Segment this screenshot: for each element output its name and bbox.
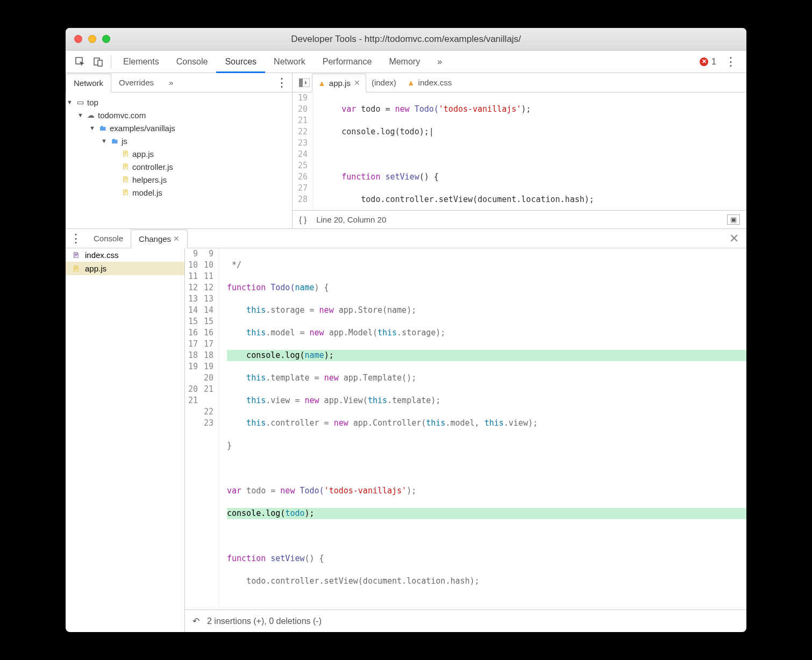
diff-gutter: 910111213141516171819 2021 9101112131415… — [185, 248, 219, 609]
chevron-down-icon: ▼ — [101, 138, 108, 144]
tree-label: controller.js — [132, 162, 173, 171]
drawer-close[interactable]: ✕ — [722, 232, 746, 246]
js-file-icon: 🖹 — [71, 264, 81, 273]
tab-label: app.js — [329, 78, 351, 88]
minimize-window[interactable] — [88, 35, 96, 43]
navtab-overflow[interactable]: » — [161, 73, 181, 92]
panel-tabs: Elements Console Sources Network Perform… — [115, 51, 451, 73]
editor-tab-index[interactable]: (index) — [366, 73, 402, 92]
tree-file[interactable]: 🖹 controller.js — [66, 160, 292, 173]
tree-file[interactable]: 🖹 app.js — [66, 147, 292, 160]
js-file-icon: 🖹 — [120, 162, 130, 171]
traffic-lights — [66, 35, 110, 43]
svg-rect-4 — [299, 78, 303, 87]
diff-status-bar: ↶ 2 insertions (+), 0 deletions (-) — [185, 609, 746, 632]
tree-folder[interactable]: ▼ 🖿 examples/vanillajs — [66, 121, 292, 134]
zoom-window[interactable] — [102, 35, 110, 43]
tree-file[interactable]: 🖹 helpers.js — [66, 173, 292, 186]
navtab-network[interactable]: Network — [66, 74, 111, 92]
close-icon[interactable]: ✕ — [173, 234, 180, 243]
pretty-print-icon[interactable]: { } — [299, 215, 307, 224]
js-file-icon: 🖹 — [120, 149, 130, 158]
tree-label: app.js — [132, 149, 154, 159]
chevron-down-icon: ▼ — [89, 125, 96, 131]
tab-elements[interactable]: Elements — [115, 51, 168, 73]
changed-files-list: 🖹 index.css 🖹 app.js — [66, 248, 185, 632]
diff-summary: 2 insertions (+), 0 deletions (-) — [207, 616, 322, 626]
navigator-panel: Network Overrides » ⋮ ▼ ▭ top ▼ ☁ todomv… — [66, 73, 293, 228]
tree-label: top — [87, 98, 98, 107]
folder-icon: 🖿 — [98, 124, 108, 132]
device-toggle-icon[interactable] — [89, 57, 108, 67]
tree-top[interactable]: ▼ ▭ top — [66, 96, 292, 109]
diff-view: 910111213141516171819 2021 9101112131415… — [185, 248, 746, 632]
code-content[interactable]: var todo = new Todo('todos-vanillajs'); … — [314, 92, 594, 210]
code-editor[interactable]: 19 20 21 22 23 24 25 26 27 28 var todo =… — [293, 92, 746, 210]
editor-tab-appjs[interactable]: ▲ app.js ✕ — [312, 74, 366, 92]
cursor-position: Line 20, Column 20 — [316, 215, 386, 224]
file-label: index.css — [85, 250, 119, 260]
tree-label: todomvc.com — [98, 111, 146, 120]
tab-network[interactable]: Network — [265, 51, 314, 73]
editor-tabs: ▲ app.js ✕ (index) ▲ index.css — [293, 73, 746, 92]
tab-memory[interactable]: Memory — [380, 51, 429, 73]
tree-file[interactable]: 🖹 model.js — [66, 186, 292, 199]
js-file-icon: 🖹 — [120, 188, 130, 197]
inspect-icon[interactable] — [71, 57, 89, 67]
warning-icon: ▲ — [318, 78, 326, 88]
error-icon: ✕ — [700, 58, 708, 66]
tab-label: index.css — [418, 78, 452, 87]
error-indicator[interactable]: ✕ 1 — [700, 57, 721, 67]
diff-content[interactable]: */ function Todo(name) { this.storage = … — [219, 248, 746, 609]
svg-rect-2 — [98, 60, 102, 66]
changed-file[interactable]: 🖹 index.css — [66, 248, 184, 262]
diff-code[interactable]: 910111213141516171819 2021 9101112131415… — [185, 248, 746, 609]
js-file-icon: 🖹 — [120, 175, 130, 184]
close-icon[interactable]: ✕ — [354, 78, 360, 87]
file-tree[interactable]: ▼ ▭ top ▼ ☁ todomvc.com ▼ 🖿 examples/van… — [66, 92, 292, 228]
window-title: Developer Tools - http://todomvc.com/exa… — [66, 34, 746, 45]
changed-file[interactable]: 🖹 app.js — [66, 262, 184, 275]
settings-kebab[interactable]: ⋮ — [721, 55, 741, 69]
tab-console[interactable]: Console — [168, 51, 217, 73]
close-window[interactable] — [74, 35, 82, 43]
drawer-tab-console[interactable]: Console — [86, 229, 131, 248]
line-gutter: 19 20 21 22 23 24 25 26 27 28 — [293, 92, 314, 210]
error-count: 1 — [711, 57, 716, 67]
drawer-tab-changes[interactable]: Changes ✕ — [131, 229, 188, 248]
tab-performance[interactable]: Performance — [314, 51, 381, 73]
separator — [111, 55, 111, 68]
main-toolbar: Elements Console Sources Network Perform… — [66, 51, 746, 73]
coverage-icon[interactable]: ▣ — [727, 214, 740, 225]
tree-domain[interactable]: ▼ ☁ todomvc.com — [66, 109, 292, 121]
tabs-overflow[interactable]: » — [429, 51, 451, 73]
folder-icon: 🖿 — [110, 137, 119, 145]
tree-subfolder[interactable]: ▼ 🖿 js — [66, 134, 292, 147]
tree-label: model.js — [132, 188, 162, 197]
chevron-down-icon: ▼ — [67, 99, 73, 105]
changes-panel: 🖹 index.css 🖹 app.js 9101112131415161718… — [66, 248, 746, 632]
navtab-overrides[interactable]: Overrides — [111, 73, 161, 92]
drawer: ⋮ Console Changes ✕ ✕ 🖹 index.css 🖹 app.… — [66, 229, 746, 632]
revert-icon[interactable]: ↶ — [193, 616, 200, 626]
sources-panel: Network Overrides » ⋮ ▼ ▭ top ▼ ☁ todomv… — [66, 73, 746, 229]
toggle-navigator-icon[interactable] — [297, 78, 312, 87]
css-file-icon: 🖹 — [71, 251, 81, 260]
cloud-icon: ☁ — [86, 111, 96, 119]
chevron-down-icon: ▼ — [77, 112, 84, 118]
devtools-window: Developer Tools - http://todomvc.com/exa… — [66, 28, 746, 632]
drawer-tabs: ⋮ Console Changes ✕ ✕ — [66, 229, 746, 248]
editor-tab-indexcss[interactable]: ▲ index.css — [402, 73, 457, 92]
window-icon: ▭ — [75, 98, 85, 106]
editor-panel: ▲ app.js ✕ (index) ▲ index.css 19 20 21 … — [293, 73, 746, 228]
warning-icon: ▲ — [407, 78, 415, 87]
file-label: app.js — [85, 264, 106, 273]
titlebar: Developer Tools - http://todomvc.com/exa… — [66, 28, 746, 51]
tree-label: helpers.js — [132, 175, 167, 184]
navigator-menu[interactable]: ⋮ — [272, 76, 292, 90]
tree-label: examples/vanillajs — [110, 124, 175, 133]
navigator-tabs: Network Overrides » ⋮ — [66, 73, 292, 92]
drawer-menu[interactable]: ⋮ — [66, 232, 86, 246]
tab-sources[interactable]: Sources — [216, 51, 265, 73]
editor-status-bar: { } Line 20, Column 20 ▣ — [293, 210, 746, 228]
